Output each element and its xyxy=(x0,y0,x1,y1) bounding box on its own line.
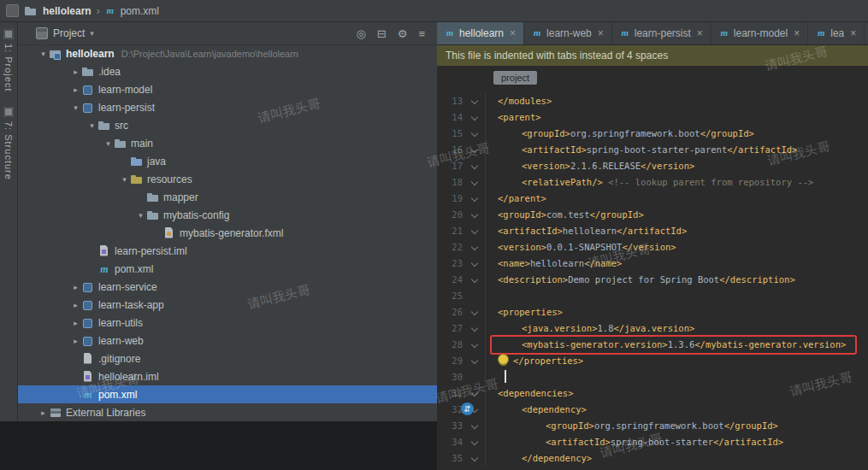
fold-icon[interactable] xyxy=(466,320,486,337)
tree-row[interactable]: ▸External Libraries xyxy=(17,403,437,421)
tab-close-icon[interactable]: × xyxy=(697,27,703,39)
code-line[interactable]: 32<dependency> xyxy=(437,402,868,418)
tab-close-icon[interactable]: × xyxy=(598,27,604,39)
code-line[interactable]: 20<groupId>com.test</groupId> xyxy=(437,207,868,223)
tree-row[interactable]: ▸learn-utils xyxy=(17,314,437,332)
tree-row[interactable]: ▾main xyxy=(17,134,437,152)
code-line[interactable]: 30 xyxy=(437,369,868,385)
fold-icon[interactable] xyxy=(466,239,486,256)
code-line[interactable]: 26<properties> xyxy=(437,304,868,320)
editor-tab[interactable]: learn-persist× xyxy=(612,22,712,44)
tree-row[interactable]: ▸learn-web xyxy=(17,332,437,350)
code-line[interactable]: 21<artifactId>hellolearn</artifactId> xyxy=(437,223,868,239)
fold-icon[interactable] xyxy=(466,223,486,239)
tree-row[interactable]: pom.xml xyxy=(17,260,437,278)
tree-row[interactable]: ▾src xyxy=(17,116,437,134)
tree-row[interactable]: ▸.idea xyxy=(17,62,437,80)
structure-tool-button[interactable]: 7: Structure xyxy=(0,91,17,180)
fold-icon[interactable] xyxy=(466,158,486,174)
code-line[interactable]: 13</modules> xyxy=(437,93,868,109)
tree-expand-icon[interactable]: ▾ xyxy=(119,175,130,184)
settings-icon[interactable]: ⚙ xyxy=(398,28,408,39)
code-editor[interactable]: 13</modules>14<parent>15<groupId>org.spr… xyxy=(437,90,868,470)
editor-tab[interactable]: learn-web× xyxy=(524,22,612,44)
code-line[interactable]: 19</parent> xyxy=(437,191,868,207)
tab-close-icon[interactable]: × xyxy=(794,27,800,39)
editor-tab[interactable]: learn-model× xyxy=(712,22,808,44)
fold-icon[interactable] xyxy=(466,272,486,288)
tree-expand-icon[interactable]: ▸ xyxy=(70,301,81,309)
fold-icon[interactable] xyxy=(466,402,486,418)
tree-row[interactable]: mybatis-generator.fxml xyxy=(17,224,437,242)
code-line[interactable]: 27<java.version>1.8</java.version> xyxy=(437,320,868,337)
tree-expand-icon[interactable]: ▸ xyxy=(70,283,81,291)
tree-expand-icon[interactable]: ▾ xyxy=(103,139,114,148)
tree-expand-icon[interactable]: ▸ xyxy=(70,68,81,76)
tree-row[interactable]: .gitignore xyxy=(17,350,437,367)
chevron-down-icon[interactable]: ▾ xyxy=(90,29,94,38)
tree-expand-icon[interactable]: ▾ xyxy=(38,50,49,58)
code-line[interactable]: 31<dependencies> xyxy=(437,385,868,402)
code-line[interactable]: 35</dependency> xyxy=(437,450,868,467)
fold-icon[interactable] xyxy=(466,207,486,223)
tree-row[interactable]: ▾resources xyxy=(17,170,437,188)
code-line[interactable]: 24<description>Demo project for Spring B… xyxy=(437,272,868,288)
fold-icon[interactable] xyxy=(466,109,486,126)
fold-icon[interactable] xyxy=(466,126,486,142)
tree-expand-icon[interactable]: ▸ xyxy=(38,408,49,417)
breadcrumb-tag[interactable]: project xyxy=(493,71,537,85)
code-line[interactable]: 16<artifactId>spring-boot-starter-parent… xyxy=(437,142,868,158)
fold-icon[interactable] xyxy=(466,142,486,158)
code-line[interactable]: 25 xyxy=(437,288,868,304)
collapse-all-icon[interactable]: ⊟ xyxy=(377,28,387,39)
fold-icon[interactable] xyxy=(466,450,486,467)
tree-row[interactable]: java xyxy=(17,152,437,170)
fold-icon[interactable] xyxy=(466,304,486,320)
editor-tab[interactable]: lea× xyxy=(808,22,865,44)
editor-tab[interactable]: hellolearn× xyxy=(437,22,524,44)
breadcrumb-file[interactable]: pom.xml xyxy=(121,5,159,17)
tree-row[interactable]: ▾mybatis-config xyxy=(17,206,437,224)
tree-row[interactable]: ▸learn-model xyxy=(17,80,437,98)
tree-row[interactable]: ▾learn-persist xyxy=(17,98,437,116)
tree-expand-icon[interactable]: ▾ xyxy=(86,121,97,130)
tree-expand-icon[interactable]: ▾ xyxy=(70,103,81,112)
breadcrumb-project[interactable]: hellolearn xyxy=(43,5,92,17)
project-view-selector[interactable]: Project xyxy=(53,27,85,39)
tree-row[interactable]: ▸learn-task-app xyxy=(17,296,437,314)
code-line[interactable]: 28<mybatis-generator.version>1.3.6</myba… xyxy=(437,337,868,353)
fold-icon[interactable] xyxy=(466,174,486,191)
code-line[interactable]: 34<artifactId>spring-boot-starter</artif… xyxy=(437,434,868,450)
tree-expand-icon[interactable]: ▸ xyxy=(70,337,81,345)
code-line[interactable]: 29</properties> xyxy=(437,353,868,369)
fold-icon[interactable] xyxy=(466,93,486,109)
tree-expand-icon[interactable]: ▸ xyxy=(70,85,81,94)
fold-icon[interactable] xyxy=(466,191,486,207)
code-line[interactable]: 17<version>2.1.6.RELEASE</version> xyxy=(437,158,868,174)
tab-close-icon[interactable]: × xyxy=(850,27,856,39)
project-tool-button[interactable]: 1: Project xyxy=(0,22,17,91)
code-line[interactable]: 18<relativePath/> <!-- lookup parent fro… xyxy=(437,174,868,191)
intention-bulb-icon[interactable] xyxy=(498,354,509,365)
fold-icon[interactable] xyxy=(466,385,486,402)
locate-icon[interactable]: ◎ xyxy=(357,28,366,39)
fold-icon[interactable] xyxy=(466,256,486,272)
code-line[interactable]: 23<name>hellolearn</name> xyxy=(437,256,868,272)
code-line[interactable]: 22<version>0.0.1-SNAPSHOT</version> xyxy=(437,239,868,256)
tab-close-icon[interactable]: × xyxy=(510,27,516,39)
code-line[interactable]: 14<parent> xyxy=(437,109,868,126)
fold-icon[interactable] xyxy=(466,434,486,450)
code-line[interactable]: 15<groupId>org.springframework.boot</gro… xyxy=(437,126,868,142)
fold-icon[interactable] xyxy=(466,337,486,353)
tree-row[interactable]: learn-persist.iml xyxy=(17,242,437,260)
tree-expand-icon[interactable]: ▾ xyxy=(135,211,146,220)
tree-row[interactable]: ▸learn-service xyxy=(17,278,437,296)
hide-icon[interactable]: ≡ xyxy=(418,28,425,39)
tree-row[interactable]: mapper xyxy=(17,188,437,206)
tree-expand-icon[interactable]: ▸ xyxy=(70,319,81,327)
fold-icon[interactable] xyxy=(466,418,486,434)
fold-icon[interactable] xyxy=(466,353,486,369)
tree-row[interactable]: pom.xml xyxy=(17,385,437,403)
code-line[interactable]: 33<groupId>org.springframework.boot</gro… xyxy=(437,418,868,434)
tree-row[interactable]: ▾hellolearnD:\Project\Java\Learn\javadem… xyxy=(17,44,437,62)
